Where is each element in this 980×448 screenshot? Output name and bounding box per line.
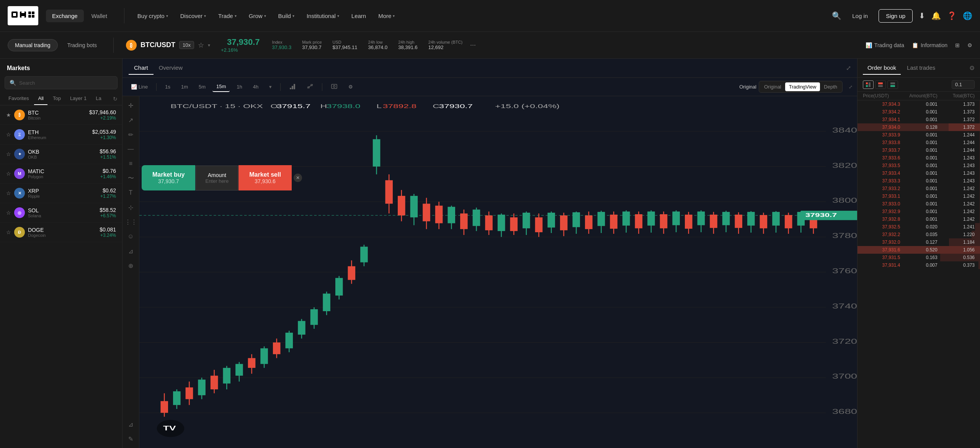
ob-bid-view-btn[interactable]	[887, 80, 898, 89]
orderbook-row[interactable]: 37,934.30.0011.373	[858, 100, 980, 108]
chevron-down-icon[interactable]: ▾	[208, 43, 210, 48]
favorite-icon[interactable]: ☆	[6, 151, 11, 157]
wallet-tab[interactable]: Wallet	[85, 10, 113, 22]
cursor-tool[interactable]: ✛	[125, 99, 137, 112]
trendline-tool[interactable]: ↗	[125, 114, 137, 126]
orderbook-row[interactable]: 37,932.00.1271.184	[858, 238, 980, 246]
nav-grow[interactable]: Grow ▾	[243, 10, 271, 22]
download-icon[interactable]: ⬇	[919, 11, 925, 20]
nav-buy-crypto[interactable]: Buy crypto ▾	[132, 10, 173, 22]
orderbook-row[interactable]: 37,932.50.0201.241	[858, 223, 980, 231]
manual-trading-btn[interactable]: Manual trading	[8, 39, 58, 51]
orderbook-row[interactable]: 37,932.20.0351.220	[858, 231, 980, 238]
exchange-tab[interactable]: Exchange	[46, 10, 84, 22]
notification-icon[interactable]: 🔔	[931, 11, 941, 20]
orderbook-row[interactable]: 37,934.10.0011.372	[858, 116, 980, 123]
information-btn[interactable]: 📋 Information	[912, 42, 947, 48]
favorite-icon[interactable]: ☆	[6, 171, 11, 177]
expand-icon[interactable]: ⤢	[846, 64, 851, 72]
orderbook-row[interactable]: 37,932.90.0011.242	[858, 208, 980, 215]
lock-tool[interactable]: ✎	[125, 433, 137, 445]
zoom-in-tool[interactable]: ⊕	[125, 259, 137, 272]
magnet2-tool[interactable]: ⊿	[125, 418, 137, 430]
chart-tab-overview[interactable]: Overview	[154, 61, 188, 75]
market-tab-top[interactable]: Top	[49, 92, 65, 105]
pen-tool[interactable]: ✏	[125, 128, 137, 141]
market-item-doge[interactable]: ☆ Ð DOGE Dogecoin $0.081 +3.24%	[0, 223, 122, 242]
brush-tool[interactable]: 〜	[125, 172, 137, 184]
tf-1m[interactable]: 1m	[177, 82, 192, 92]
orderbook-row[interactable]: 37,932.80.0011.242	[858, 215, 980, 223]
market-tab-favorites[interactable]: Favorites	[5, 92, 33, 105]
orderbook-row[interactable]: 37,933.00.0011.242	[858, 200, 980, 208]
orderbook-row[interactable]: 37,933.90.0011.244	[858, 131, 980, 139]
orderbook-row[interactable]: 37,933.20.0011.242	[858, 185, 980, 192]
tradingview-btn[interactable]: TradingView	[785, 82, 820, 91]
nav-learn[interactable]: Learn	[346, 10, 371, 22]
orderbook-amount-input[interactable]	[952, 80, 975, 89]
screenshot-btn[interactable]	[327, 81, 341, 93]
trading-data-btn[interactable]: 📊 Trading data	[866, 42, 904, 48]
trading-bots-btn[interactable]: Trading bots	[60, 39, 104, 51]
orderbook-row[interactable]: 37,933.40.0011.243	[858, 169, 980, 177]
tf-1h[interactable]: 1h	[233, 82, 246, 92]
chart-type-btn[interactable]	[303, 81, 317, 93]
favorite-icon[interactable]: ☆	[6, 210, 11, 216]
settings-icon-btn[interactable]: ⚙	[345, 82, 357, 92]
line-chart-btn[interactable]: 📈 Line	[127, 82, 152, 92]
orderbook-row[interactable]: 37,933.80.0011.244	[858, 139, 980, 146]
market-item-okb[interactable]: ☆ ✦ OKB OKB $56.96 +1.51%	[0, 144, 122, 164]
nav-more[interactable]: More ▾	[373, 10, 400, 22]
tf-1s[interactable]: 1s	[161, 82, 174, 92]
nav-discover[interactable]: Discover ▾	[175, 10, 211, 22]
orderbook-row[interactable]: 37,934.20.0011.373	[858, 108, 980, 116]
more-stats-button[interactable]: ···	[470, 41, 476, 49]
order-amount-field[interactable]: Amount Enter here	[196, 166, 238, 190]
original-view-btn[interactable]: Original	[760, 82, 785, 91]
market-tab-layer1[interactable]: Layer 1	[66, 92, 90, 105]
orderbook-row[interactable]: 37,933.60.0011.243	[858, 154, 980, 162]
favorite-icon[interactable]: ☆	[6, 131, 11, 138]
signup-button[interactable]: Sign up	[879, 9, 913, 23]
nav-build[interactable]: Build ▾	[273, 10, 300, 22]
depth-view-btn[interactable]: Depth	[820, 82, 841, 91]
orderbook-settings-icon[interactable]: ⚙	[969, 64, 975, 72]
market-tab-all[interactable]: All	[34, 92, 47, 105]
fullscreen-icon[interactable]: ⤢	[849, 84, 853, 90]
emoji-tool[interactable]: ☺	[125, 230, 137, 243]
help-icon[interactable]: ❓	[947, 11, 957, 20]
orderbook-row[interactable]: 37,934.00.1281.372	[858, 123, 980, 131]
market-item-sol[interactable]: ☆ ◎ SOL Solana $58.52 +6.57%	[0, 203, 122, 223]
price-selector[interactable]: Original Original TradingView Depth	[739, 81, 843, 93]
market-item-xrp[interactable]: ☆ ✕ XRP Ripple $0.62 +1.27%	[0, 184, 122, 203]
orderbook-tab[interactable]: Order book	[863, 61, 901, 75]
layout-btn[interactable]: ⊞	[955, 42, 960, 48]
tf-5m[interactable]: 5m	[195, 82, 209, 92]
favorite-star-icon[interactable]: ☆	[198, 41, 204, 49]
channel-tool[interactable]: ≡	[125, 158, 137, 170]
login-button[interactable]: Log in	[848, 10, 872, 22]
text-tool[interactable]: T	[125, 187, 137, 199]
last-trades-tab[interactable]: Last trades	[902, 61, 940, 75]
globe-icon[interactable]: 🌐	[963, 11, 972, 20]
market-sell-button[interactable]: Market sell 37,930.6	[238, 165, 292, 190]
market-search-box[interactable]: 🔍	[5, 76, 118, 89]
market-item-matic[interactable]: ☆ M MATIC Polygon $0.76 +1.46%	[0, 164, 122, 184]
orderbook-row[interactable]: 37,933.50.0011.243	[858, 162, 980, 169]
orderbook-row[interactable]: 37,931.50.1630.536	[858, 254, 980, 261]
settings-btn[interactable]: ⚙	[967, 42, 972, 48]
market-item-btc[interactable]: ★ ₿ BTC Bitcoin $37,946.60 +2.19%	[0, 105, 122, 125]
ob-both-view-btn[interactable]	[863, 80, 874, 89]
market-search-input[interactable]	[19, 80, 113, 86]
leverage-badge[interactable]: 10x	[179, 41, 194, 49]
refresh-icon[interactable]: ↻	[113, 96, 118, 102]
orderbook-row[interactable]: 37,933.70.0011.244	[858, 146, 980, 154]
horizontal-tool[interactable]: —	[125, 143, 137, 155]
favorite-icon[interactable]: ☆	[6, 190, 11, 196]
ruler-tool[interactable]: ⊿	[125, 245, 137, 257]
indicators-btn[interactable]	[285, 81, 300, 93]
orderbook-row[interactable]: 37,931.40.0070.373	[858, 261, 980, 269]
chart-tab-chart[interactable]: Chart	[129, 61, 154, 75]
nav-trade[interactable]: Trade ▾	[213, 10, 242, 22]
orderbook-row[interactable]: 37,931.60.5201.056	[858, 246, 980, 254]
